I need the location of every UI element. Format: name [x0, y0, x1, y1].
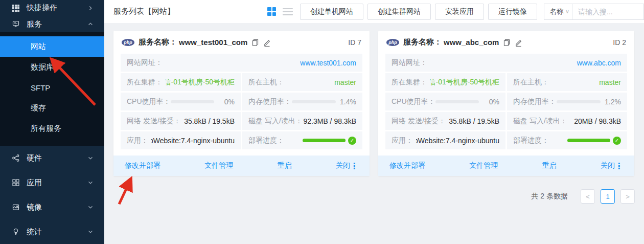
sidebar-item-quick-actions[interactable]: 快捷操作 [0, 0, 104, 16]
subitem-label: 缓存 [31, 103, 46, 113]
site-url-link[interactable]: www.test001.com [300, 59, 356, 67]
host-value: master [599, 78, 621, 86]
filter-field-select[interactable]: 名称 ∨ [544, 4, 573, 19]
topbar: 服务列表【网站】 创建单机网站 创建集群网站 安装应用 运行镜像 名称 ∨ [104, 0, 644, 23]
sidebar-item-hardware[interactable]: 硬件 [0, 146, 104, 170]
deploy-progressbar [303, 139, 346, 142]
modify-deploy-link[interactable]: 修改并部署 [125, 161, 160, 170]
pagination: 共 2 条数据 < 1 > [113, 189, 635, 204]
service-card: php 服务名称： www_test001_com ID 7 网站网址： www… [113, 31, 370, 176]
service-name-value: www_abc_com [444, 38, 499, 47]
service-name-value: www_test001_com [179, 38, 247, 47]
service-id: ID 2 [613, 38, 626, 47]
more-actions-icon[interactable]: ⋮ [350, 161, 358, 171]
cpu-value: 0% [214, 98, 235, 106]
sidebar-item-services[interactable]: 服务 [0, 16, 104, 33]
sidebar-subitem-website[interactable]: 网站 [0, 36, 104, 57]
file-manager-link[interactable]: 文件管理 [469, 161, 498, 170]
search-input[interactable] [573, 4, 643, 19]
network-label: 网络 发送/接受： [392, 117, 446, 126]
subitem-label: SFTP [31, 83, 50, 92]
install-app-button[interactable]: 安装应用 [435, 4, 484, 20]
mem-progressbar [557, 100, 601, 103]
page-1-button[interactable]: 1 [601, 189, 615, 204]
modify-deploy-link[interactable]: 修改并部署 [389, 161, 425, 170]
host-value: master [334, 78, 356, 86]
sidebar-item-apps[interactable]: 应用 [0, 170, 104, 195]
mem-progressbar [292, 100, 336, 103]
total-count-text: 共 2 条数据 [531, 192, 568, 201]
sidebar-groups: 硬件 应用 镜像 统计 [0, 146, 104, 244]
host-cell: 所在主机： master [507, 73, 627, 91]
create-cluster-site-button[interactable]: 创建集群网站 [367, 4, 431, 20]
sidebar-subitem-sftp[interactable]: SFTP [0, 77, 104, 98]
cpu-mem-row: CPU使用率： 0% 内存使用率： 1.4% [121, 93, 362, 110]
next-page-button[interactable]: > [620, 189, 635, 204]
sidebar-subitem-database[interactable]: 数据库 [0, 57, 104, 77]
prev-page-button[interactable]: < [581, 189, 595, 204]
app-cell: 应用： phpWebsite:7.4-nginx-ubuntu [121, 131, 241, 149]
deploy-label: 部署进度： [513, 136, 549, 145]
deploy-cell: 部署进度： ✓ [242, 131, 362, 149]
mem-label: 内存使用率： [248, 97, 291, 106]
sidebar-subitem-cache[interactable]: 缓存 [0, 98, 104, 118]
disk-label: 磁盘 写入/读出： [248, 117, 303, 126]
url-label: 网站网址： [392, 58, 427, 68]
edit-icon[interactable] [515, 38, 522, 47]
subitem-label: 数据库 [31, 62, 54, 72]
disk-label: 磁盘 写入/读出： [513, 117, 567, 126]
cpu-value: 0% [479, 98, 499, 106]
deploy-progressbar [567, 139, 610, 142]
site-url-link[interactable]: www.abc.com [577, 59, 621, 67]
server-icon [11, 20, 20, 29]
restart-link[interactable]: 重启 [542, 161, 557, 170]
grid-view-icon[interactable] [267, 7, 276, 16]
sidebar-item-images[interactable]: 镜像 [0, 195, 104, 219]
edit-icon[interactable] [263, 38, 271, 47]
subitem-label: 所有服务 [31, 124, 61, 134]
sidebar-item-label: 快捷操作 [27, 3, 87, 13]
list-view-icon[interactable] [283, 8, 293, 15]
file-manager-link[interactable]: 文件管理 [204, 161, 233, 170]
host-label: 所在主机： [513, 78, 549, 87]
create-single-site-button[interactable]: 创建单机网站 [300, 4, 363, 20]
deploy-cell: 部署进度： ✓ [507, 131, 627, 149]
cluster-value: 电信-01号机房-50号机柜 [166, 78, 235, 87]
restart-link[interactable]: 重启 [278, 161, 292, 170]
mem-value: 1.2% [601, 98, 621, 106]
mem-label: 内存使用率： [513, 97, 556, 106]
sidebar-item-stats[interactable]: 统计 [0, 219, 104, 244]
sidebar-subitem-all-services[interactable]: 所有服务 [0, 118, 104, 139]
service-id: ID 7 [348, 38, 361, 47]
cpu-cell: CPU使用率： 0% [385, 93, 505, 110]
url-row: 网站网址： www.test001.com [121, 54, 362, 72]
copy-icon[interactable] [251, 38, 259, 47]
net-disk-row: 网络 发送/接受： 35.8kB / 19.5kB 磁盘 写入/读出： 20MB… [385, 112, 627, 130]
run-image-button[interactable]: 运行镜像 [488, 4, 537, 20]
network-label: 网络 发送/接受： [127, 117, 181, 126]
search-control: 名称 ∨ [544, 4, 644, 20]
subitem-label: 网站 [31, 42, 46, 52]
disk-value: 92.3MB / 98.3kB [303, 117, 356, 125]
host-label: 所在主机： [248, 78, 284, 87]
cluster-label: 所在集群： [392, 78, 427, 87]
network-value: 35.8kB / 19.5kB [184, 117, 235, 125]
service-card: php 服务名称： www_abc_com ID 2 网站网址： www.abc… [378, 31, 634, 176]
chevron-right-icon [87, 5, 94, 12]
shutdown-link[interactable]: 关闭 [336, 161, 350, 170]
chevron-down-icon [87, 154, 94, 162]
services-submenu: 网站 数据库 SFTP 缓存 所有服务 [0, 32, 104, 146]
more-actions-icon[interactable]: ⋮ [615, 161, 623, 171]
copy-icon[interactable] [503, 38, 511, 47]
app-label: 应用： [127, 136, 148, 145]
deploy-progress: ✓ [567, 137, 621, 145]
app-value: phpWebsite:7.4-nginx-ubuntu [151, 137, 235, 145]
shutdown-link[interactable]: 关闭 [601, 161, 615, 170]
card-header: php 服务名称： www_abc_com ID 2 [378, 31, 634, 54]
url-label: 网站网址： [127, 58, 163, 68]
share-nodes-icon [11, 154, 20, 163]
chevron-up-icon [87, 20, 94, 28]
page-title: 服务列表【网站】 [113, 7, 175, 16]
cpu-label: CPU使用率： [127, 97, 171, 106]
mem-cell: 内存使用率： 1.2% [507, 93, 627, 110]
